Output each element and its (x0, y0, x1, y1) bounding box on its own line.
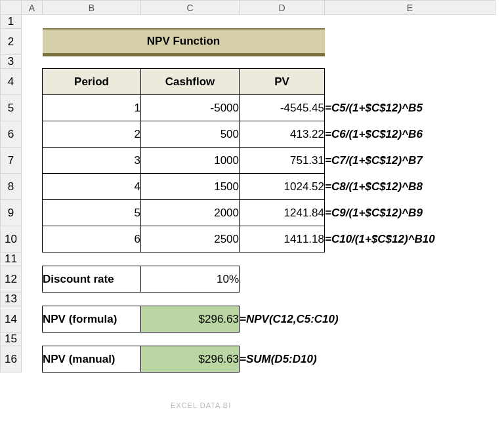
row-header-9[interactable]: 9 (1, 200, 22, 226)
cell-B11[interactable] (43, 252, 141, 266)
row-header-14[interactable]: 14 (1, 306, 22, 333)
cell-A14[interactable] (22, 306, 43, 333)
row-12: 12 Discount rate 10% (1, 266, 495, 293)
cell-period[interactable]: 1 (43, 95, 141, 121)
cell-cashflow[interactable]: 1500 (141, 174, 240, 200)
header-pv[interactable]: PV (240, 69, 325, 95)
cell-cashflow[interactable]: 2000 (141, 200, 240, 226)
cell-A3[interactable] (22, 55, 43, 69)
formula-text[interactable]: =C8/(1+$C$12)^B8 (325, 174, 495, 200)
cell-cashflow[interactable]: -5000 (141, 95, 240, 121)
npv-formula-label[interactable]: NPV (formula) (43, 306, 141, 333)
cell-E15[interactable] (325, 333, 495, 346)
cell-A9[interactable] (22, 200, 43, 226)
cell-pv[interactable]: 413.22 (240, 121, 325, 148)
row-header-15[interactable]: 15 (1, 333, 22, 346)
row-header-4[interactable]: 4 (1, 69, 22, 95)
cell-A11[interactable] (22, 252, 43, 266)
cell-E2[interactable] (325, 29, 495, 55)
row-11: 11 (1, 252, 495, 266)
row-header-11[interactable]: 11 (1, 252, 22, 266)
cell-pv[interactable]: 1024.52 (240, 174, 325, 200)
discount-rate-value[interactable]: 10% (141, 266, 240, 293)
col-header-A[interactable]: A (22, 1, 43, 15)
cell-A16[interactable] (22, 346, 43, 373)
npv-manual-value[interactable]: $296.63 (141, 346, 240, 373)
cell-A6[interactable] (22, 121, 43, 148)
col-header-C[interactable]: C (141, 1, 240, 15)
cell-pv[interactable]: 751.31 (240, 148, 325, 174)
col-header-D[interactable]: D (240, 1, 325, 15)
header-cashflow[interactable]: Cashflow (141, 69, 240, 95)
cell-D15[interactable] (240, 333, 325, 346)
formula-text[interactable]: =C9/(1+$C$12)^B9 (325, 200, 495, 226)
npv-formula-text[interactable]: =NPV(C12,C5:C10) (240, 306, 495, 333)
cell-A15[interactable] (22, 333, 43, 346)
cell-A12[interactable] (22, 266, 43, 293)
cell-pv[interactable]: -4545.45 (240, 95, 325, 121)
npv-formula-value[interactable]: $296.63 (141, 306, 240, 333)
col-header-E[interactable]: E (325, 1, 495, 15)
formula-text[interactable]: =C5/(1+$C$12)^B5 (325, 95, 495, 121)
cell-E3[interactable] (325, 55, 495, 69)
cell-C1[interactable] (141, 15, 240, 29)
row-header-13[interactable]: 13 (1, 293, 22, 306)
cell-cashflow[interactable]: 1000 (141, 148, 240, 174)
cell-D13[interactable] (240, 293, 325, 306)
cell-A4[interactable] (22, 69, 43, 95)
row-header-7[interactable]: 7 (1, 148, 22, 174)
cell-E1[interactable] (325, 15, 495, 29)
cell-A7[interactable] (22, 148, 43, 174)
title[interactable]: NPV Function (43, 29, 325, 55)
row-header-5[interactable]: 5 (1, 95, 22, 121)
row-header-12[interactable]: 12 (1, 266, 22, 293)
col-header-B[interactable]: B (43, 1, 141, 15)
cell-pv[interactable]: 1411.18 (240, 226, 325, 252)
npv-manual-text[interactable]: =SUM(D5:D10) (240, 346, 495, 373)
cell-E4[interactable] (325, 69, 495, 95)
cell-period[interactable]: 6 (43, 226, 141, 252)
formula-text[interactable]: =C10/(1+$C$12)^B10 (325, 226, 495, 252)
header-period[interactable]: Period (43, 69, 141, 95)
cell-D11[interactable] (240, 252, 325, 266)
cell-E11[interactable] (325, 252, 495, 266)
cell-period[interactable]: 5 (43, 200, 141, 226)
cell-C15[interactable] (141, 333, 240, 346)
cell-B3[interactable] (43, 55, 141, 69)
row-header-16[interactable]: 16 (1, 346, 22, 373)
cell-B1[interactable] (43, 15, 141, 29)
select-all-corner[interactable] (1, 1, 22, 15)
cell-A13[interactable] (22, 293, 43, 306)
formula-text[interactable]: =C7/(1+$C$12)^B7 (325, 148, 495, 174)
npv-manual-label[interactable]: NPV (manual) (43, 346, 141, 373)
row-header-8[interactable]: 8 (1, 174, 22, 200)
cell-cashflow[interactable]: 500 (141, 121, 240, 148)
cell-E12[interactable] (325, 266, 495, 293)
cell-pv[interactable]: 1241.84 (240, 200, 325, 226)
cell-B13[interactable] (43, 293, 141, 306)
cell-D12[interactable] (240, 266, 325, 293)
cell-period[interactable]: 3 (43, 148, 141, 174)
cell-C11[interactable] (141, 252, 240, 266)
row-header-1[interactable]: 1 (1, 15, 22, 29)
discount-rate-label[interactable]: Discount rate (43, 266, 141, 293)
cell-A5[interactable] (22, 95, 43, 121)
cell-A1[interactable] (22, 15, 43, 29)
cell-A8[interactable] (22, 174, 43, 200)
cell-E13[interactable] (325, 293, 495, 306)
cell-cashflow[interactable]: 2500 (141, 226, 240, 252)
row-header-2[interactable]: 2 (1, 29, 22, 55)
cell-C13[interactable] (141, 293, 240, 306)
cell-period[interactable]: 2 (43, 121, 141, 148)
cell-B15[interactable] (43, 333, 141, 346)
formula-text[interactable]: =C6/(1+$C$12)^B6 (325, 121, 495, 148)
cell-period[interactable]: 4 (43, 174, 141, 200)
cell-D1[interactable] (240, 15, 325, 29)
row-header-10[interactable]: 10 (1, 226, 22, 252)
row-header-3[interactable]: 3 (1, 55, 22, 69)
row-header-6[interactable]: 6 (1, 121, 22, 148)
cell-C3[interactable] (141, 55, 240, 69)
cell-D3[interactable] (240, 55, 325, 69)
cell-A2[interactable] (22, 29, 43, 55)
cell-A10[interactable] (22, 226, 43, 252)
